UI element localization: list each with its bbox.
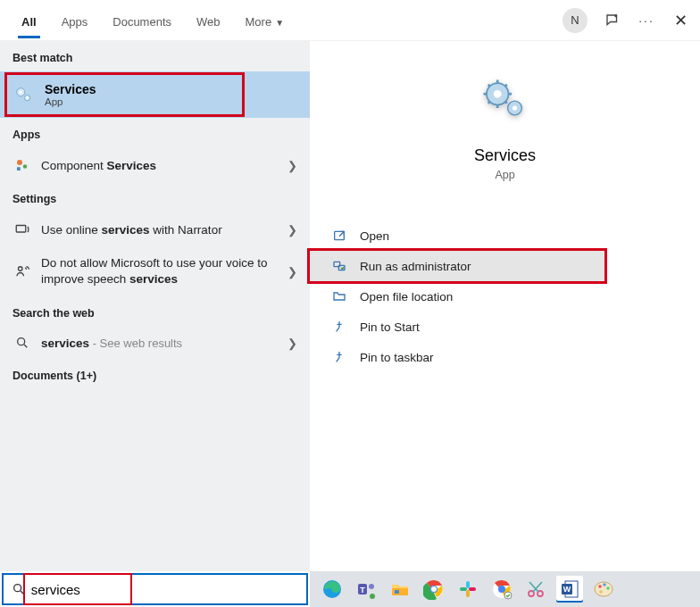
svg-point-55 [599,590,603,594]
svg-rect-8 [16,226,26,233]
filter-tabs: All Apps Documents Web More▼ [9,3,296,37]
action-label: Run as administrator [360,260,471,273]
svg-line-19 [488,102,489,104]
search-box[interactable] [2,573,308,605]
feedback-icon[interactable] [604,12,621,29]
folder-icon [328,289,351,304]
svg-rect-42 [469,587,476,591]
search-icon [12,336,32,350]
taskbar-chrome-icon[interactable] [421,576,447,603]
best-match-subtitle: App [45,96,96,107]
gears-icon [12,84,34,105]
svg-line-18 [505,85,507,87]
search-icon [11,582,28,596]
tab-all[interactable]: All [9,3,49,37]
preview-subtitle: App [495,169,514,181]
result-label: Use online services with Narrator [41,223,288,237]
svg-rect-7 [17,167,21,170]
taskbar-word-icon[interactable]: W [556,576,583,603]
best-match-title: Services [45,82,96,96]
preview-title: Services [474,146,536,165]
svg-rect-41 [466,590,470,597]
taskbar-snip-icon[interactable] [522,576,549,603]
result-label: Component Services [41,159,288,172]
svg-point-5 [17,160,22,165]
svg-point-52 [598,585,602,588]
more-options-icon[interactable]: ··· [638,12,655,29]
section-settings: Settings [0,182,310,212]
svg-line-21 [488,85,489,87]
preview-gears-icon [480,77,530,130]
taskbar-explorer-icon[interactable] [387,576,413,603]
chevron-right-icon: ❯ [288,159,297,172]
action-run-as-admin[interactable]: Run as administrator [310,251,604,281]
taskbar-paint-icon[interactable] [590,576,617,603]
search-input[interactable] [28,582,306,597]
preview-panel: Services App Open Run as administrator O… [310,41,700,571]
svg-point-32 [369,584,374,589]
chevron-right-icon: ❯ [288,265,297,279]
svg-text:W: W [563,585,571,594]
chevron-right-icon: ❯ [288,223,297,237]
chevron-down-icon: ▼ [275,18,284,28]
svg-point-53 [603,583,606,586]
action-label: Pin to taskbar [360,351,434,364]
action-pin-to-start[interactable]: Pin to Start [310,312,700,342]
result-speech-services[interactable]: Do not allow Microsoft to use your voice… [0,246,310,296]
taskbar-edge-icon[interactable] [319,576,346,603]
result-narrator-services[interactable]: Use online services with Narrator ❯ [0,212,310,246]
action-pin-to-taskbar[interactable]: Pin to taskbar [310,342,700,372]
svg-point-24 [512,105,516,110]
svg-text:T: T [360,586,365,595]
svg-point-33 [370,594,375,599]
taskbar: T W [310,571,700,607]
avatar[interactable]: N [562,8,588,33]
svg-point-9 [19,267,23,271]
svg-point-4 [26,96,28,98]
svg-rect-35 [395,590,399,594]
section-apps: Apps [0,118,310,148]
section-documents: Documents (1+) [0,359,310,389]
action-open-file-location[interactable]: Open file location [310,281,700,312]
result-label: Do not allow Microsoft to use your voice… [41,255,288,287]
taskbar-slack-icon[interactable] [454,576,481,603]
results-panel: Best match Services App Apps Component S… [0,41,310,571]
result-web-services[interactable]: services - See web results ❯ [0,327,310,359]
svg-point-28 [14,585,21,592]
taskbar-chrome-beta-icon[interactable] [488,576,515,603]
action-open[interactable]: Open [310,220,700,251]
svg-point-38 [431,586,437,592]
svg-point-6 [23,164,28,169]
svg-line-20 [505,102,507,104]
admin-icon [328,259,351,273]
svg-rect-34 [392,588,408,595]
tab-web[interactable]: Web [184,3,233,37]
svg-point-10 [18,338,25,345]
taskbar-teams-icon[interactable]: T [353,576,379,603]
svg-rect-40 [460,587,467,591]
pin-icon [328,350,351,364]
section-search-web: Search the web [0,296,310,327]
svg-point-44 [498,586,505,593]
highlight-box [7,75,242,114]
tab-more[interactable]: More▼ [233,3,297,37]
pin-icon [328,320,351,334]
narrator-icon [12,221,32,237]
component-services-icon [12,157,32,173]
action-label: Open file location [360,290,453,304]
open-icon [328,229,351,243]
svg-point-0 [614,14,617,17]
speech-icon [12,263,32,279]
result-component-services[interactable]: Component Services ❯ [0,148,310,182]
tab-apps[interactable]: Apps [49,3,101,37]
svg-point-2 [19,90,22,94]
action-label: Open [360,229,389,243]
svg-rect-39 [466,581,470,588]
tab-documents[interactable]: Documents [100,3,184,37]
best-match-item[interactable]: Services App [0,71,310,118]
close-icon[interactable]: ✕ [671,12,689,29]
chevron-right-icon: ❯ [288,337,297,350]
result-label: services - See web results [41,337,288,350]
action-label: Pin to Start [360,320,420,334]
svg-point-13 [493,90,501,98]
